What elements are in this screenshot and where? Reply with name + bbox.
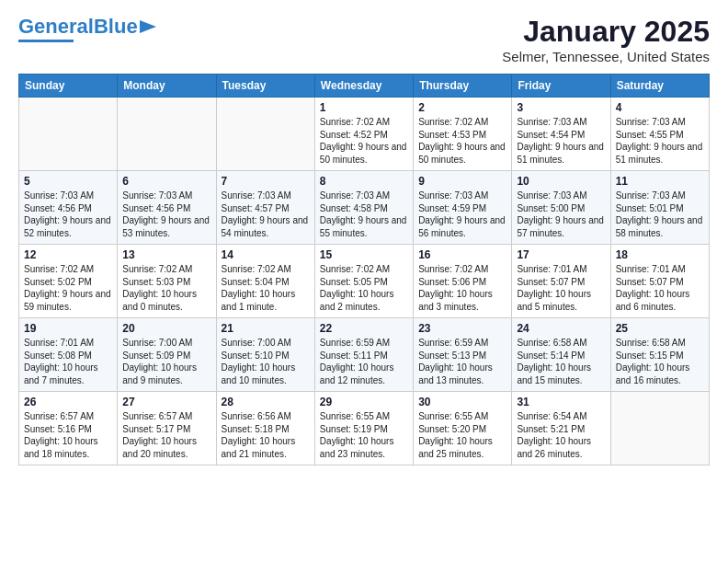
day-number: 1 bbox=[320, 101, 408, 114]
day-info: Sunrise: 7:01 AMSunset: 5:08 PMDaylight:… bbox=[24, 337, 112, 386]
table-row: 25Sunrise: 6:58 AMSunset: 5:15 PMDayligh… bbox=[610, 318, 709, 392]
logo-underline bbox=[18, 40, 74, 42]
table-row: 4Sunrise: 7:03 AMSunset: 4:55 PMDaylight… bbox=[610, 98, 709, 171]
day-info: Sunrise: 7:03 AMSunset: 4:59 PMDaylight:… bbox=[418, 190, 506, 239]
table-row: 21Sunrise: 7:00 AMSunset: 5:10 PMDayligh… bbox=[216, 318, 314, 392]
table-row: 6Sunrise: 7:03 AMSunset: 4:56 PMDaylight… bbox=[118, 171, 216, 245]
day-number: 17 bbox=[517, 248, 605, 261]
day-info: Sunrise: 7:03 AMSunset: 4:56 PMDaylight:… bbox=[24, 190, 112, 239]
day-info: Sunrise: 6:55 AMSunset: 5:20 PMDaylight:… bbox=[418, 410, 506, 460]
table-row bbox=[118, 98, 216, 171]
table-row: 27Sunrise: 6:57 AMSunset: 5:17 PMDayligh… bbox=[118, 392, 216, 465]
logo-blue: Blue bbox=[94, 15, 138, 38]
table-row: 7Sunrise: 7:03 AMSunset: 4:57 PMDaylight… bbox=[216, 171, 314, 245]
table-row: 9Sunrise: 7:03 AMSunset: 4:59 PMDaylight… bbox=[414, 171, 512, 245]
day-number: 23 bbox=[418, 322, 506, 335]
day-info: Sunrise: 7:02 AMSunset: 5:02 PMDaylight:… bbox=[24, 263, 112, 313]
day-number: 8 bbox=[320, 175, 408, 188]
title-block: January 2025 Selmer, Tennessee, United S… bbox=[502, 15, 710, 64]
day-number: 12 bbox=[24, 248, 112, 261]
day-info: Sunrise: 7:02 AMSunset: 5:05 PMDaylight:… bbox=[320, 263, 408, 313]
day-number: 27 bbox=[122, 396, 210, 408]
svg-marker-0 bbox=[140, 20, 156, 33]
header: GeneralBlue January 2025 Selmer, Tenness… bbox=[18, 15, 710, 64]
day-number: 9 bbox=[418, 175, 506, 188]
day-info: Sunrise: 7:01 AMSunset: 5:07 PMDaylight:… bbox=[616, 263, 704, 313]
table-row: 14Sunrise: 7:02 AMSunset: 5:04 PMDayligh… bbox=[216, 245, 314, 318]
day-number: 26 bbox=[24, 396, 112, 408]
table-row: 30Sunrise: 6:55 AMSunset: 5:20 PMDayligh… bbox=[414, 392, 512, 465]
table-row: 19Sunrise: 7:01 AMSunset: 5:08 PMDayligh… bbox=[19, 318, 118, 392]
day-number: 18 bbox=[616, 248, 704, 261]
day-number: 6 bbox=[122, 175, 210, 188]
table-row: 13Sunrise: 7:02 AMSunset: 5:03 PMDayligh… bbox=[118, 245, 216, 318]
table-row: 3Sunrise: 7:03 AMSunset: 4:54 PMDaylight… bbox=[512, 98, 610, 171]
table-row: 10Sunrise: 7:03 AMSunset: 5:00 PMDayligh… bbox=[512, 171, 610, 245]
day-info: Sunrise: 7:03 AMSunset: 4:58 PMDaylight:… bbox=[320, 190, 408, 239]
table-row: 28Sunrise: 6:56 AMSunset: 5:18 PMDayligh… bbox=[216, 392, 314, 465]
table-row: 8Sunrise: 7:03 AMSunset: 4:58 PMDaylight… bbox=[314, 171, 413, 245]
table-row: 2Sunrise: 7:02 AMSunset: 4:53 PMDaylight… bbox=[414, 98, 512, 171]
table-row: 23Sunrise: 6:59 AMSunset: 5:13 PMDayligh… bbox=[414, 318, 512, 392]
day-info: Sunrise: 6:54 AMSunset: 5:21 PMDaylight:… bbox=[517, 410, 605, 460]
day-number: 21 bbox=[222, 322, 310, 335]
day-number: 10 bbox=[517, 175, 605, 188]
calendar-title: January 2025 bbox=[502, 15, 710, 49]
day-number: 30 bbox=[418, 396, 506, 408]
day-number: 29 bbox=[320, 396, 408, 408]
day-info: Sunrise: 6:57 AMSunset: 5:16 PMDaylight:… bbox=[24, 410, 112, 460]
header-friday: Friday bbox=[512, 75, 610, 98]
day-number: 11 bbox=[616, 175, 704, 188]
day-number: 16 bbox=[418, 248, 506, 261]
table-row: 12Sunrise: 7:02 AMSunset: 5:02 PMDayligh… bbox=[19, 245, 118, 318]
day-number: 20 bbox=[122, 322, 210, 335]
day-number: 28 bbox=[222, 396, 310, 408]
logo-general: General bbox=[18, 15, 94, 38]
day-number: 7 bbox=[222, 175, 310, 188]
day-info: Sunrise: 7:01 AMSunset: 5:07 PMDaylight:… bbox=[517, 263, 605, 313]
day-number: 25 bbox=[616, 322, 704, 335]
day-info: Sunrise: 7:03 AMSunset: 4:55 PMDaylight:… bbox=[616, 116, 704, 166]
table-row bbox=[19, 98, 118, 171]
calendar-header-row: Sunday Monday Tuesday Wednesday Thursday… bbox=[19, 75, 710, 98]
day-number: 24 bbox=[517, 322, 605, 335]
day-info: Sunrise: 6:59 AMSunset: 5:13 PMDaylight:… bbox=[418, 337, 506, 386]
table-row: 26Sunrise: 6:57 AMSunset: 5:16 PMDayligh… bbox=[19, 392, 118, 465]
day-info: Sunrise: 7:02 AMSunset: 5:06 PMDaylight:… bbox=[418, 263, 506, 313]
day-number: 22 bbox=[320, 322, 408, 335]
header-tuesday: Tuesday bbox=[216, 75, 314, 98]
table-row: 18Sunrise: 7:01 AMSunset: 5:07 PMDayligh… bbox=[610, 245, 709, 318]
day-info: Sunrise: 7:02 AMSunset: 5:03 PMDaylight:… bbox=[122, 263, 210, 313]
day-info: Sunrise: 7:03 AMSunset: 4:56 PMDaylight:… bbox=[122, 190, 210, 239]
day-info: Sunrise: 6:57 AMSunset: 5:17 PMDaylight:… bbox=[122, 410, 210, 460]
table-row: 31Sunrise: 6:54 AMSunset: 5:21 PMDayligh… bbox=[512, 392, 610, 465]
day-number: 19 bbox=[24, 322, 112, 335]
calendar-table: Sunday Monday Tuesday Wednesday Thursday… bbox=[18, 74, 710, 465]
day-info: Sunrise: 7:02 AMSunset: 4:52 PMDaylight:… bbox=[320, 116, 408, 166]
day-info: Sunrise: 7:02 AMSunset: 5:04 PMDaylight:… bbox=[222, 263, 310, 313]
day-info: Sunrise: 7:03 AMSunset: 4:54 PMDaylight:… bbox=[517, 116, 605, 166]
header-monday: Monday bbox=[118, 75, 216, 98]
day-info: Sunrise: 6:58 AMSunset: 5:15 PMDaylight:… bbox=[616, 337, 704, 386]
day-info: Sunrise: 6:58 AMSunset: 5:14 PMDaylight:… bbox=[517, 337, 605, 386]
day-info: Sunrise: 6:55 AMSunset: 5:19 PMDaylight:… bbox=[320, 410, 408, 460]
table-row: 16Sunrise: 7:02 AMSunset: 5:06 PMDayligh… bbox=[414, 245, 512, 318]
header-thursday: Thursday bbox=[414, 75, 512, 98]
logo-text: GeneralBlue bbox=[18, 15, 138, 39]
day-info: Sunrise: 7:00 AMSunset: 5:10 PMDaylight:… bbox=[222, 337, 310, 386]
day-info: Sunrise: 7:02 AMSunset: 4:53 PMDaylight:… bbox=[418, 116, 506, 166]
table-row: 5Sunrise: 7:03 AMSunset: 4:56 PMDaylight… bbox=[19, 171, 118, 245]
day-number: 5 bbox=[24, 175, 112, 188]
table-row: 24Sunrise: 6:58 AMSunset: 5:14 PMDayligh… bbox=[512, 318, 610, 392]
day-number: 4 bbox=[616, 101, 704, 114]
table-row: 15Sunrise: 7:02 AMSunset: 5:05 PMDayligh… bbox=[314, 245, 413, 318]
header-saturday: Saturday bbox=[610, 75, 709, 98]
table-row bbox=[216, 98, 314, 171]
day-info: Sunrise: 7:03 AMSunset: 4:57 PMDaylight:… bbox=[222, 190, 310, 239]
table-row: 29Sunrise: 6:55 AMSunset: 5:19 PMDayligh… bbox=[314, 392, 413, 465]
logo: GeneralBlue bbox=[18, 15, 156, 42]
table-row: 11Sunrise: 7:03 AMSunset: 5:01 PMDayligh… bbox=[610, 171, 709, 245]
day-number: 15 bbox=[320, 248, 408, 261]
day-info: Sunrise: 7:00 AMSunset: 5:09 PMDaylight:… bbox=[122, 337, 210, 386]
header-wednesday: Wednesday bbox=[314, 75, 413, 98]
